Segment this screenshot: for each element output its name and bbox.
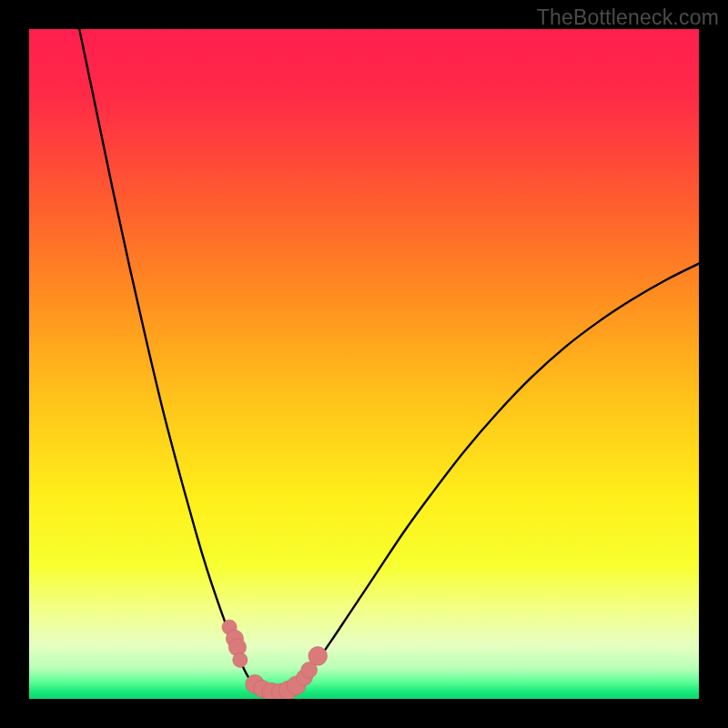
chart-svg [29, 29, 699, 699]
curve-right [298, 264, 699, 686]
outer-frame: TheBottleneck.com [0, 0, 728, 728]
marker-dot [233, 652, 248, 667]
watermark-text: TheBottleneck.com [537, 5, 719, 30]
plot-area [29, 29, 699, 699]
marker-dot [308, 647, 328, 666]
valley-markers [222, 620, 328, 699]
curve-left [79, 29, 252, 683]
